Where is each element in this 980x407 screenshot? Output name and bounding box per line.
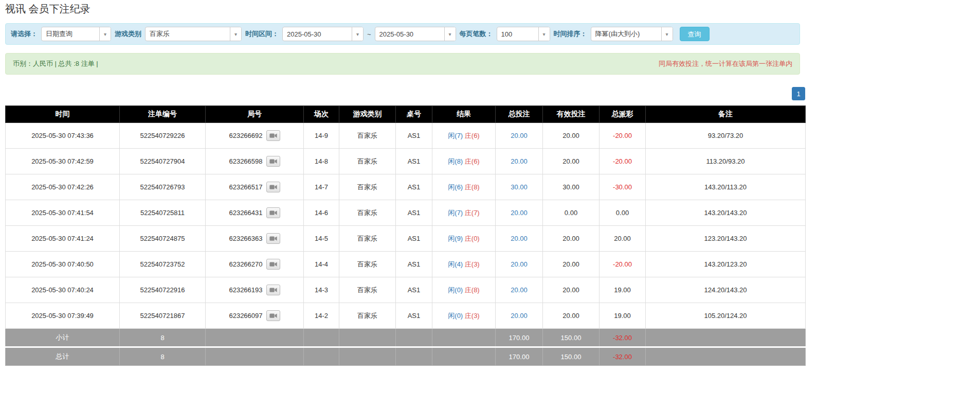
header-time: 时间 [6, 106, 120, 123]
cell-valid-bet: 20.00 [543, 123, 600, 149]
cell-session: 14-9 [304, 123, 339, 149]
cell-valid-bet: 30.00 [543, 174, 600, 200]
result-banker: 庄(0) [465, 235, 480, 242]
chevron-down-icon: ▾ [538, 27, 550, 41]
cell-table-no: AS1 [396, 174, 432, 200]
search-button[interactable]: 查询 [680, 27, 710, 41]
table-row: 2025-05-30 07:40:24 522540722916 6232661… [6, 277, 806, 303]
table-body: 2025-05-30 07:43:36 522540729226 6232666… [6, 123, 806, 329]
total-bet-link[interactable]: 20.00 [511, 235, 528, 242]
date-to-input[interactable]: 2025-05-30 ▾ [375, 27, 456, 41]
cell-payout: 20.00 [600, 226, 646, 252]
header-result: 结果 [432, 106, 496, 123]
page-size-value: 100 [497, 27, 538, 41]
total-bet-link[interactable]: 20.00 [511, 312, 528, 320]
cell-round: 623266363 [206, 226, 304, 252]
sort-order-select[interactable]: 降冪(由大到小) ▾ [591, 27, 673, 41]
replay-video-icon[interactable] [266, 156, 280, 167]
date-to-value: 2025-05-30 [375, 27, 444, 41]
round-number: 623266193 [229, 286, 262, 294]
header-payout: 总派彩 [600, 106, 646, 123]
query-type-select[interactable]: 日期查询 ▾ [41, 27, 111, 41]
cell-game-type: 百家乐 [339, 226, 396, 252]
result-player: 闲(0) [448, 312, 463, 320]
cell-valid-bet: 20.00 [543, 277, 600, 303]
total-bet-link[interactable]: 30.00 [511, 183, 528, 191]
date-from-value: 2025-05-30 [283, 27, 352, 41]
cell-game-type: 百家乐 [339, 252, 396, 277]
cell-note: 143.20/113.20 [646, 174, 806, 200]
cell-total-bet: 20.00 [496, 149, 543, 174]
result-player: 闲(9) [448, 235, 463, 242]
replay-video-icon[interactable] [266, 233, 280, 244]
result-banker: 庄(6) [465, 157, 480, 165]
cell-bet-id: 522540727904 [120, 149, 206, 174]
cell-time: 2025-05-30 07:39:49 [6, 303, 120, 329]
cell-valid-bet: 20.00 [543, 226, 600, 252]
game-type-value: 百家乐 [146, 27, 230, 41]
game-type-select[interactable]: 百家乐 ▾ [145, 27, 242, 41]
cell-table-no: AS1 [396, 277, 432, 303]
cell-bet-id: 522540721867 [120, 303, 206, 329]
cell-payout: -20.00 [600, 149, 646, 174]
cell-game-type: 百家乐 [339, 174, 396, 200]
cell-total-bet: 20.00 [496, 226, 543, 252]
pagination: 1 [5, 87, 805, 100]
cell-table-no: AS1 [396, 252, 432, 277]
result-banker: 庄(7) [465, 209, 480, 217]
header-session: 场次 [304, 106, 339, 123]
header-round: 局号 [206, 106, 304, 123]
header-note: 备注 [646, 106, 806, 123]
page-root: 视讯 会员下注纪录 请选择： 日期查询 ▾ 游戏类别 百家乐 ▾ 时间区间： 2… [0, 0, 810, 381]
chevron-down-icon: ▾ [444, 27, 456, 41]
page-size-label: 每页笔数： [460, 29, 493, 39]
replay-video-icon[interactable] [266, 285, 280, 295]
result-banker: 庄(8) [465, 183, 480, 191]
cell-total-bet: 20.00 [496, 277, 543, 303]
filter-bar: 请选择： 日期查询 ▾ 游戏类别 百家乐 ▾ 时间区间： 2025-05-30 … [5, 23, 800, 45]
round-number: 623266598 [229, 157, 262, 165]
total-bet-link[interactable]: 20.00 [511, 260, 528, 268]
table-footer: 小计 8 170.00 150.00 -32.00 总计 8 [6, 329, 806, 366]
cell-bet-id: 522540729226 [120, 123, 206, 149]
total-bet-link[interactable]: 20.00 [511, 132, 528, 139]
total-bet-link[interactable]: 20.00 [511, 157, 528, 165]
cell-time: 2025-05-30 07:42:26 [6, 174, 120, 200]
cell-valid-bet: 20.00 [543, 252, 600, 277]
total-bet-link[interactable]: 20.00 [511, 286, 528, 294]
table-row: 2025-05-30 07:43:36 522540729226 6232666… [6, 123, 806, 149]
round-number: 623266097 [229, 312, 262, 320]
table-row: 2025-05-30 07:42:26 522540726793 6232665… [6, 174, 806, 200]
cell-valid-bet: 20.00 [543, 149, 600, 174]
replay-video-icon[interactable] [266, 182, 280, 192]
page-size-select[interactable]: 100 ▾ [497, 27, 550, 41]
result-banker: 庄(8) [465, 286, 480, 294]
cell-note: 105.20/124.20 [646, 303, 806, 329]
cell-valid-bet: 20.00 [543, 303, 600, 329]
replay-video-icon[interactable] [266, 130, 280, 141]
cell-note: 124.20/143.20 [646, 277, 806, 303]
cell-payout: -20.00 [600, 123, 646, 149]
game-type-label: 游戏类别 [115, 29, 141, 39]
header-game-type: 游戏类别 [339, 106, 396, 123]
cell-game-type: 百家乐 [339, 123, 396, 149]
cell-result: 闲(8) 庄(6) [432, 149, 496, 174]
date-from-input[interactable]: 2025-05-30 ▾ [282, 27, 364, 41]
replay-video-icon[interactable] [266, 310, 280, 321]
replay-video-icon[interactable] [266, 259, 280, 270]
query-type-label: 请选择： [11, 29, 38, 39]
replay-video-icon[interactable] [266, 207, 280, 218]
sort-order-value: 降冪(由大到小) [591, 27, 661, 41]
chevron-down-icon: ▾ [352, 27, 363, 41]
cell-time: 2025-05-30 07:40:24 [6, 277, 120, 303]
cell-payout: -30.00 [600, 174, 646, 200]
total-bet-link[interactable]: 20.00 [511, 209, 528, 217]
valid-bet-notice-text: 同局有效投注，统一计算在该局第一张注单内 [659, 59, 792, 68]
cell-table-no: AS1 [396, 200, 432, 226]
cell-bet-id: 522540723752 [120, 252, 206, 277]
subtotal-payout: -32.00 [600, 329, 646, 347]
pagination-page-1[interactable]: 1 [792, 87, 805, 100]
cell-session: 14-5 [304, 226, 339, 252]
header-table-no: 桌号 [396, 106, 432, 123]
result-player: 闲(7) [448, 132, 463, 139]
